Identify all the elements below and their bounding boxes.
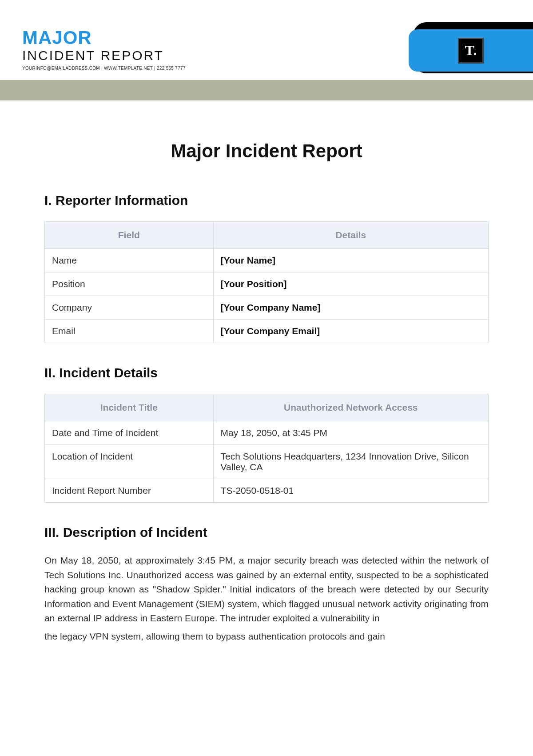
description-paragraph-2: the legacy VPN system, allowing them to … [44, 629, 489, 644]
header-bar: MAJOR INCIDENT REPORT YOURINFO@EMAILADDR… [0, 0, 533, 80]
cell-detail: [Your Name] [213, 249, 488, 272]
table-row: Position [Your Position] [45, 272, 489, 296]
description-cutoff: the legacy VPN system, allowing them to … [44, 626, 489, 644]
cell-detail: [Your Company Email] [213, 320, 488, 343]
table-row: Name [Your Name] [45, 249, 489, 272]
cell-detail: TS-2050-0518-01 [213, 479, 488, 503]
cell-field: Location of Incident [45, 445, 214, 479]
reporter-info-table: Field Details Name [Your Name] Position … [44, 221, 489, 343]
table-row: Location of Incident Tech Solutions Head… [45, 445, 489, 479]
badge-logo-text: T. [465, 42, 477, 59]
header-contact-line: YOURINFO@EMAILADDRESS.COM | WWW.TEMPLATE… [22, 66, 186, 71]
badge-blue-layer: T. [409, 29, 533, 72]
cell-field: Date and Time of Incident [45, 421, 214, 445]
cell-field: Position [45, 272, 214, 296]
header-title-incident: INCIDENT REPORT [22, 48, 186, 63]
cell-field: Incident Report Number [45, 479, 214, 503]
section-2-heading: II. Incident Details [44, 365, 489, 380]
header-title-block: MAJOR INCIDENT REPORT YOURINFO@EMAILADDR… [22, 20, 186, 71]
cell-detail: [Your Position] [213, 272, 488, 296]
badge-logo-icon: T. [458, 38, 484, 64]
cell-detail: Tech Solutions Headquarters, 1234 Innova… [213, 445, 488, 479]
table-row: Date and Time of Incident May 18, 2050, … [45, 421, 489, 445]
section-1-heading: I. Reporter Information [44, 193, 489, 208]
cell-field: Name [45, 249, 214, 272]
table-header-field: Field [45, 222, 214, 249]
description-paragraph-1: On May 18, 2050, at approximately 3:45 P… [44, 553, 489, 626]
divider-bar [0, 80, 533, 100]
badge-wrap: T. [409, 22, 533, 73]
section-3-heading: III. Description of Incident [44, 525, 489, 540]
document-content: Major Incident Report I. Reporter Inform… [0, 100, 533, 644]
header-title-major: MAJOR [22, 28, 186, 47]
table-row: Incident Report Number TS-2050-0518-01 [45, 479, 489, 503]
cell-detail: [Your Company Name] [213, 296, 488, 320]
cell-detail: May 18, 2050, at 3:45 PM [213, 421, 488, 445]
cell-field: Company [45, 296, 214, 320]
table-header-details: Details [213, 222, 488, 249]
table-row: Email [Your Company Email] [45, 320, 489, 343]
document-title: Major Incident Report [44, 140, 489, 162]
table-header-value: Unauthorized Network Access [213, 394, 488, 421]
table-row: Company [Your Company Name] [45, 296, 489, 320]
incident-details-table: Incident Title Unauthorized Network Acce… [44, 394, 489, 503]
table-header-title: Incident Title [45, 394, 214, 421]
cell-field: Email [45, 320, 214, 343]
